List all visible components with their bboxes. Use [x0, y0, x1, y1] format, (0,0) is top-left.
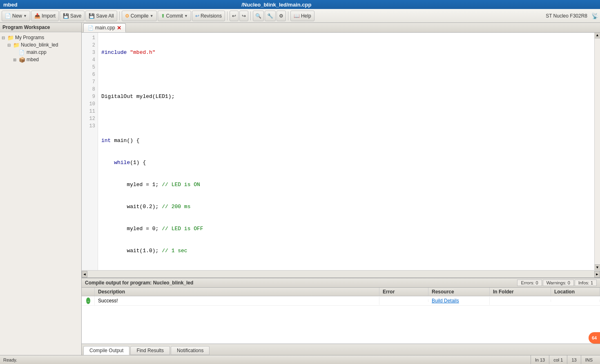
code-content[interactable]: #include "mbed.h" DigitalOut myled(LED1)…	[98, 33, 594, 270]
folder-icon: 📁	[7, 35, 14, 40]
tab-find-results[interactable]: Find Results	[130, 346, 170, 355]
tree-label: Nucleo_blink_led	[21, 42, 58, 48]
line-num-8: 8	[82, 86, 98, 93]
compile-dropdown-arrow: ▼	[150, 14, 154, 18]
line-num-10: 10	[82, 100, 98, 108]
scroll-left-icon: ◄	[83, 272, 87, 276]
commit-button[interactable]: ⬆ Commit ▼	[158, 11, 191, 21]
scroll-right-button[interactable]: ►	[594, 271, 600, 277]
tree-label: main.cpp	[27, 49, 47, 55]
line-num-2: 2	[82, 42, 98, 49]
sidebar-item-myprograms[interactable]: ⊟ 📁 My Programs	[0, 34, 81, 41]
code-editor[interactable]: 1 2 3 4 5 6 7 8 9 10 11 12 13 #include "…	[82, 33, 600, 270]
tab-bar: 📄 main.cpp ✕	[82, 23, 600, 33]
search-button[interactable]: 🔍	[253, 11, 264, 21]
col-resource: Resource	[428, 288, 490, 296]
scroll-right-icon: ►	[596, 272, 599, 276]
separator-4	[288, 11, 288, 20]
tab-notifications[interactable]: Notifications	[171, 346, 210, 355]
status-mode: INS	[581, 355, 597, 364]
success-icon: →	[86, 297, 90, 304]
description-text: Success!	[98, 298, 118, 304]
scroll-down-button[interactable]: ▼	[595, 264, 600, 270]
horizontal-scrollbar[interactable]: ◄ ►	[82, 270, 600, 277]
main-layout: Program Workspace ⊟ 📁 My Programs ⊟ 📁 Nu…	[0, 23, 600, 355]
status-ready: Ready.	[3, 357, 17, 362]
row-resource-cell[interactable]: Build Details	[428, 297, 490, 305]
col-icon	[82, 288, 95, 296]
folder-icon: 📁	[13, 42, 20, 48]
toolbar: 📄 New ▼ 📥 Import 💾 Save 💾 Save All ⚙ Com…	[0, 9, 600, 23]
row-infolder-cell	[490, 300, 551, 302]
row-status-cell: →	[82, 296, 95, 305]
settings-button[interactable]: ⚙	[277, 11, 286, 21]
redo-button[interactable]: ↪	[239, 11, 248, 21]
scroll-track[interactable]	[595, 38, 600, 264]
settings-icon: ⚙	[279, 13, 283, 19]
save-all-icon: 💾	[89, 13, 95, 19]
tools-button[interactable]: 🔧	[265, 11, 276, 21]
undo-button[interactable]: ↩	[230, 11, 239, 21]
tab-label: main.cpp	[95, 25, 115, 31]
line-num-7: 7	[82, 78, 98, 86]
errors-badge: Errors: 0	[517, 280, 542, 286]
line-num-4: 4	[82, 56, 98, 64]
code-line-8: wait(0.2); // 200 ms	[101, 203, 591, 211]
notification-badge[interactable]: 64	[589, 332, 600, 344]
import-icon: 📥	[34, 13, 40, 19]
revisions-icon: ↩	[195, 13, 199, 19]
tab-compile-output[interactable]: Compile Output	[83, 346, 129, 355]
platform-label: ST Nucleo F302R8	[546, 13, 591, 19]
scroll-up-icon: ▲	[596, 33, 598, 38]
status-ln: ln 13	[531, 355, 549, 364]
scroll-up-button[interactable]: ▲	[595, 33, 600, 38]
compile-button[interactable]: ⚙ Compile ▼	[122, 11, 157, 21]
bottom-panel: Compile output for program: Nucleo_blink…	[82, 277, 600, 355]
revisions-button[interactable]: ↩ Revisions	[192, 11, 225, 21]
code-line-7: myled = 1; // LED is ON	[101, 181, 591, 189]
import-button[interactable]: 📥 Import	[31, 11, 59, 21]
code-line-6: while(1) {	[101, 159, 591, 166]
code-line-10: wait(1.0); // 1 sec	[101, 247, 591, 255]
row-error-cell	[379, 300, 428, 302]
code-line-11: }	[101, 269, 591, 270]
line-num-13: 13	[82, 122, 98, 130]
undo-icon: ↩	[232, 13, 236, 19]
sidebar-item-mbed[interactable]: ⊞ 📦 mbed	[0, 56, 81, 63]
sidebar-header: Program Workspace	[0, 23, 81, 32]
col-location: Location	[551, 288, 600, 296]
sidebar-item-nucleo[interactable]: ⊟ 📁 Nucleo_blink_led	[0, 41, 81, 49]
bottom-table-body: → Success! Build Details	[82, 296, 600, 344]
tree-label: My Programs	[15, 35, 44, 40]
line-num-9: 9	[82, 93, 98, 100]
save-button[interactable]: 💾 Save	[60, 11, 85, 21]
new-button[interactable]: 📄 New ▼	[2, 11, 30, 21]
code-line-1: #include "mbed.h"	[101, 49, 591, 56]
new-dropdown-arrow: ▼	[23, 14, 27, 18]
search-icon: 🔍	[255, 13, 261, 19]
build-details-link[interactable]: Build Details	[432, 298, 459, 304]
title-bar: mbed /Nucleo_blink_led/main.cpp	[0, 0, 600, 9]
editor-tab-maincpp[interactable]: 📄 main.cpp ✕	[83, 23, 126, 32]
tools-icon: 🔧	[267, 13, 273, 19]
tab-close-button[interactable]: ✕	[117, 25, 121, 31]
col-infolder: In Folder	[490, 288, 551, 296]
scroll-left-button[interactable]: ◄	[82, 271, 87, 277]
code-line-2	[101, 71, 591, 78]
save-all-button[interactable]: 💾 Save All	[85, 11, 117, 21]
status-col: col 1	[549, 355, 567, 364]
editor-scrollbar[interactable]: ▲ ▼	[594, 33, 600, 270]
app-name: mbed	[3, 2, 18, 8]
commit-icon: ⬆	[161, 13, 165, 19]
status-bar-right: ln 13 col 1 13 INS	[531, 355, 597, 364]
line-num-3: 3	[82, 49, 98, 56]
tree-toggle: ⊞	[13, 58, 19, 62]
sidebar-item-maincpp[interactable]: ⊟ 📄 main.cpp	[0, 49, 81, 56]
row-location-cell	[551, 300, 600, 302]
line-num-12: 12	[82, 115, 98, 122]
editor-area: 📄 main.cpp ✕ 1 2 3 4 5 6 7 8 9 10	[82, 23, 600, 277]
bottom-tabs: Compile Output Find Results Notification…	[82, 344, 600, 355]
sidebar-tree: ⊟ 📁 My Programs ⊟ 📁 Nucleo_blink_led ⊟ 📄…	[0, 32, 81, 355]
help-button[interactable]: 📖 Help	[290, 11, 314, 21]
sidebar: Program Workspace ⊟ 📁 My Programs ⊟ 📁 Nu…	[0, 23, 82, 355]
